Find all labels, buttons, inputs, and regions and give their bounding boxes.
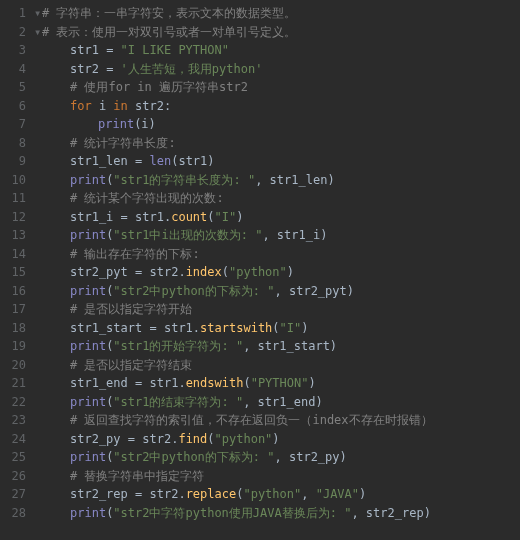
token-comment: # 表示：使用一对双引号或者一对单引号定义。 (42, 25, 296, 39)
code-line[interactable]: str1_i = str1.count("I") (34, 208, 520, 227)
code-line[interactable]: str1_len = len(str1) (34, 152, 520, 171)
code-line[interactable]: print("str2中python的下标为: ", str2_py) (34, 448, 520, 467)
token-ident: str2_pyt (289, 284, 347, 298)
token-paren: ( (222, 265, 229, 279)
code-line-content: str2_rep = str2.replace("python", "JAVA"… (42, 487, 366, 501)
code-line-content: print("str1的结束字符为: ", str1_end) (42, 395, 323, 409)
code-line[interactable]: print("str1的结束字符为: ", str1_end) (34, 393, 520, 412)
code-line[interactable]: print("str2中python的下标为: ", str2_pyt) (34, 282, 520, 301)
line-number: 16 (0, 282, 26, 301)
token-eq: = (128, 265, 150, 279)
line-number: 24 (0, 430, 26, 449)
code-line[interactable]: ▾# 表示：使用一对双引号或者一对单引号定义。 (34, 23, 520, 42)
token-ident: str1 (164, 321, 193, 335)
token-ident: str1_len (70, 154, 128, 168)
fold-toggle-icon[interactable]: ▾ (34, 23, 42, 42)
token-paren: ( (207, 432, 214, 446)
token-string: "PYTHON" (251, 376, 309, 390)
line-number: 5 (0, 78, 26, 97)
code-line-content: # 输出存在字符的下标: (42, 247, 200, 261)
token-paren: ) (308, 376, 315, 390)
code-line[interactable]: print("str1的字符串长度为: ", str1_len) (34, 171, 520, 190)
code-line[interactable]: # 是否以指定字符结束 (34, 356, 520, 375)
token-paren: , (275, 450, 289, 464)
token-string: "str1的字符串长度为: " (113, 173, 255, 187)
code-line-content: # 是否以指定字符开始 (42, 302, 192, 316)
code-line[interactable]: for i in str2: (34, 97, 520, 116)
token-ident: str2 (149, 487, 178, 501)
code-line[interactable]: str1_start = str1.startswith("I") (34, 319, 520, 338)
token-func: index (186, 265, 222, 279)
code-line-content: str1_end = str1.endswith("PYTHON") (42, 376, 316, 390)
token-ident: str1_i (277, 228, 320, 242)
token-builtin: print (70, 506, 106, 520)
token-comment: # 替换字符串中指定字符 (70, 469, 204, 483)
token-paren: ) (315, 395, 322, 409)
token-eq: = (128, 376, 150, 390)
code-line[interactable]: # 输出存在字符的下标: (34, 245, 520, 264)
code-line[interactable]: ▾# 字符串：一串字符安，表示文本的数据类型。 (34, 4, 520, 23)
code-editor[interactable]: 1234567891011121314151617181920212223242… (0, 0, 520, 540)
token-comment: # 统计某个字符出现的次数: (70, 191, 224, 205)
token-ident: str2 (149, 265, 178, 279)
code-area[interactable]: ▾# 字符串：一串字符安，表示文本的数据类型。▾# 表示：使用一对双引号或者一对… (34, 4, 520, 540)
token-paren: ) (424, 506, 431, 520)
code-line[interactable]: print(i) (34, 115, 520, 134)
token-builtin: len (149, 154, 171, 168)
token-ident: str2 (70, 62, 99, 76)
fold-toggle-icon[interactable]: ▾ (34, 4, 42, 23)
line-number: 25 (0, 448, 26, 467)
code-line[interactable]: str2 = '人生苦短，我用python' (34, 60, 520, 79)
code-line-content: print("str1的开始字符为: ", str1_start) (42, 339, 337, 353)
code-line[interactable]: # 是否以指定字符开始 (34, 300, 520, 319)
token-string: "str2中字符python使用JAVA替换后为: " (113, 506, 351, 520)
code-line-content: # 替换字符串中指定字符 (42, 469, 204, 483)
line-number-gutter: 1234567891011121314151617181920212223242… (0, 4, 34, 540)
token-paren: : (164, 99, 171, 113)
code-line[interactable]: print("str2中字符python使用JAVA替换后为: ", str2_… (34, 504, 520, 523)
token-ident: str2_py (289, 450, 340, 464)
token-builtin: print (70, 339, 106, 353)
token-eq: = (142, 321, 164, 335)
token-ident: str2_rep (70, 487, 128, 501)
line-number: 3 (0, 41, 26, 60)
token-ident: str1 (135, 210, 164, 224)
code-line[interactable]: print("str1的开始字符为: ", str1_start) (34, 337, 520, 356)
token-func: replace (186, 487, 237, 501)
token-string: "str2中python的下标为: " (113, 284, 274, 298)
code-line[interactable]: str2_py = str2.find("python") (34, 430, 520, 449)
code-line-content: # 表示：使用一对双引号或者一对单引号定义。 (42, 25, 296, 39)
code-line[interactable]: str1 = "I LIKE PYTHON" (34, 41, 520, 60)
code-line-content: str1_i = str1.count("I") (42, 210, 243, 224)
token-paren: , (351, 506, 365, 520)
token-comment: # 是否以指定字符结束 (70, 358, 192, 372)
token-ident: str1_end (70, 376, 128, 390)
code-line-content: for i in str2: (42, 99, 171, 113)
token-ident: str1 (70, 43, 99, 57)
code-line[interactable]: str2_pyt = str2.index("python") (34, 263, 520, 282)
token-paren: ( (272, 321, 279, 335)
code-line[interactable]: str1_end = str1.endswith("PYTHON") (34, 374, 520, 393)
line-number: 22 (0, 393, 26, 412)
code-line[interactable]: # 替换字符串中指定字符 (34, 467, 520, 486)
code-line[interactable]: str2_rep = str2.replace("python", "JAVA"… (34, 485, 520, 504)
code-line-content: # 字符串：一串字符安，表示文本的数据类型。 (42, 6, 296, 20)
code-line[interactable]: # 使用for in 遍历字符串str2 (34, 78, 520, 97)
token-ident: str1_end (258, 395, 316, 409)
token-string: "python" (229, 265, 287, 279)
code-line[interactable]: # 统计某个字符出现的次数: (34, 189, 520, 208)
token-ident: str1_i (70, 210, 113, 224)
token-paren: , (243, 339, 257, 353)
token-comment: # 字符串：一串字符安，表示文本的数据类型。 (42, 6, 296, 20)
token-eq: = (121, 432, 143, 446)
token-paren: . (178, 265, 185, 279)
code-line[interactable]: # 返回查找字符的索引值，不存在返回负一（index不存在时报错） (34, 411, 520, 430)
token-string: "I" (215, 210, 237, 224)
code-line[interactable]: print("str1中i出现的次数为: ", str1_i) (34, 226, 520, 245)
token-string: "python" (215, 432, 273, 446)
token-comment: # 输出存在字符的下标: (70, 247, 200, 261)
code-line-content: # 统计某个字符出现的次数: (42, 191, 224, 205)
token-paren: ) (320, 228, 327, 242)
code-line[interactable]: # 统计字符串长度: (34, 134, 520, 153)
token-ident: str1_len (270, 173, 328, 187)
